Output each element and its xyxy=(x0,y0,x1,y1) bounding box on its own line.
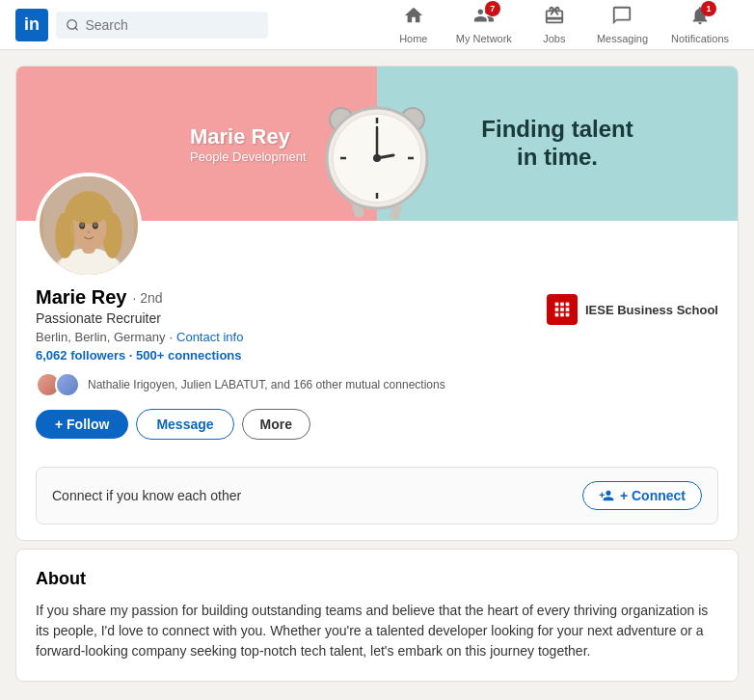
avatar-wrap xyxy=(36,173,738,279)
connect-button[interactable]: + Connect xyxy=(582,481,702,510)
profile-stats: 6,062 followers · 500+ connections xyxy=(36,348,243,363)
svg-point-29 xyxy=(87,231,90,234)
svg-rect-33 xyxy=(555,308,559,311)
connect-banner-text: Connect if you know each other xyxy=(52,488,241,503)
more-button[interactable]: More xyxy=(242,409,310,440)
degree-badge: · 2nd xyxy=(133,290,163,306)
nav-item-jobs[interactable]: Jobs xyxy=(525,5,583,44)
nav-label-home: Home xyxy=(399,33,427,44)
nav-item-network[interactable]: 7 My Network xyxy=(446,5,522,44)
school-name: IESE Business School xyxy=(585,303,718,317)
svg-rect-38 xyxy=(566,313,570,317)
banner-tagline: Finding talentin time. xyxy=(481,116,633,172)
mutual-avatars xyxy=(36,372,80,397)
svg-point-14 xyxy=(373,154,381,162)
svg-rect-37 xyxy=(560,313,564,317)
search-bar[interactable] xyxy=(56,12,268,39)
connect-icon xyxy=(599,488,614,503)
profile-card: Marie Rey People Development xyxy=(15,66,739,541)
svg-line-1 xyxy=(75,27,78,30)
navbar: in Home 7 My Network Jobs xyxy=(0,0,754,50)
svg-point-0 xyxy=(67,19,77,29)
nav-label-jobs: Jobs xyxy=(543,33,565,44)
svg-rect-32 xyxy=(566,303,570,307)
network-icon: 7 xyxy=(473,5,495,31)
profile-name-block: Marie Rey · 2nd Passionate Recruiter Ber… xyxy=(36,286,243,363)
school-logo xyxy=(547,294,578,325)
svg-rect-35 xyxy=(566,308,570,311)
mutual-text: Nathalie Irigoyen, Julien LABATUT, and 1… xyxy=(88,378,445,391)
about-title: About xyxy=(36,569,718,589)
about-text: If you share my passion for building out… xyxy=(36,601,718,661)
messaging-icon xyxy=(611,5,633,31)
search-input[interactable] xyxy=(85,17,258,33)
about-card: About If you share my passion for buildi… xyxy=(15,549,739,682)
svg-rect-36 xyxy=(555,313,559,317)
nav-item-messaging[interactable]: Messaging xyxy=(587,5,658,44)
profile-location: Berlin, Berlin, Germany · Contact info xyxy=(36,330,243,344)
svg-point-27 xyxy=(80,223,84,228)
mutual-avatar-2 xyxy=(55,372,80,397)
profile-headline: Passionate Recruiter xyxy=(36,310,243,326)
notifications-icon: 1 xyxy=(689,5,711,31)
nav-label-notifications: Notifications xyxy=(671,33,729,44)
svg-rect-34 xyxy=(560,308,564,311)
nav-item-notifications[interactable]: 1 Notifications xyxy=(661,5,739,44)
profile-name: Marie Rey · 2nd xyxy=(36,286,243,309)
nav-label-network: My Network xyxy=(456,33,512,44)
profile-info: Marie Rey · 2nd Passionate Recruiter Ber… xyxy=(16,286,738,455)
nav-items: Home 7 My Network Jobs Messaging 1 xyxy=(385,5,739,44)
follow-button[interactable]: + Follow xyxy=(36,410,128,439)
linkedin-logo[interactable]: in xyxy=(15,9,48,41)
notifications-badge: 1 xyxy=(701,1,716,16)
home-icon xyxy=(403,5,424,31)
message-button[interactable]: Message xyxy=(136,409,233,440)
contact-info-link[interactable]: Contact info xyxy=(176,330,243,344)
profile-header: Marie Rey · 2nd Passionate Recruiter Ber… xyxy=(36,286,718,363)
search-icon xyxy=(66,17,79,33)
avatar xyxy=(36,173,142,279)
main-content: Marie Rey People Development xyxy=(0,50,754,697)
svg-rect-31 xyxy=(560,303,564,307)
nav-item-home[interactable]: Home xyxy=(385,5,443,44)
svg-point-28 xyxy=(94,223,97,228)
jobs-icon xyxy=(544,5,565,31)
mutual-connections: Nathalie Irigoyen, Julien LABATUT, and 1… xyxy=(36,372,718,397)
school-badge[interactable]: IESE Business School xyxy=(547,294,718,325)
svg-rect-30 xyxy=(555,303,559,307)
svg-point-24 xyxy=(69,198,109,224)
nav-label-messaging: Messaging xyxy=(597,33,648,44)
network-badge: 7 xyxy=(485,1,500,16)
action-buttons: + Follow Message More xyxy=(36,409,718,440)
connect-banner: Connect if you know each other + Connect xyxy=(36,467,718,525)
